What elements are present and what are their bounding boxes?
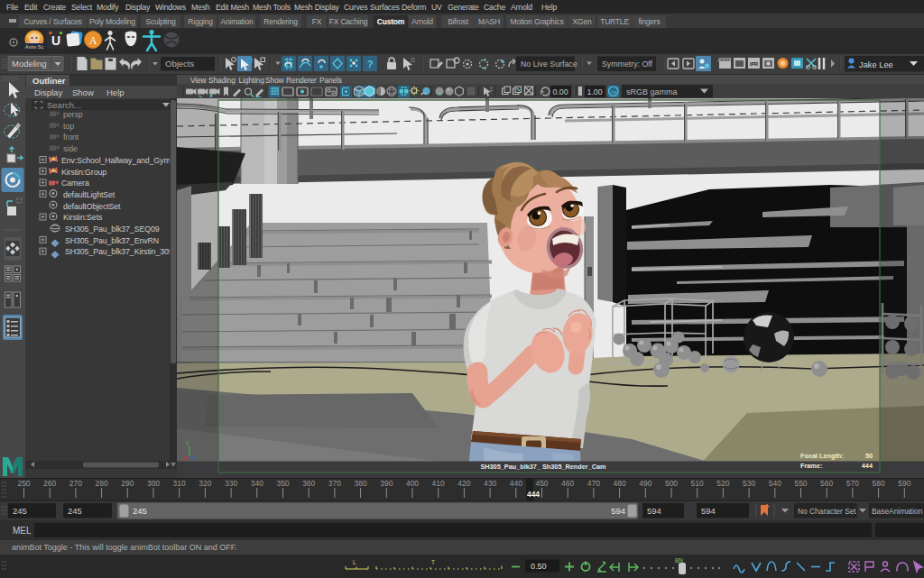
svg-text:410: 410 <box>432 479 445 488</box>
svg-text:560: 560 <box>820 479 833 488</box>
svg-text:440: 440 <box>510 479 522 488</box>
svg-text:350: 350 <box>276 479 289 488</box>
svg-text:Display: Display <box>34 87 62 97</box>
svg-text:480: 480 <box>614 479 626 488</box>
svg-text:594: 594 <box>701 506 716 516</box>
svg-text:defaultObjectSet: defaultObjectSet <box>63 202 121 211</box>
svg-text:SH305_Pau_blk37_Kirstin_305_la: SH305_Pau_blk37_Kirstin_305_latestRN <box>65 247 177 256</box>
svg-text:330: 330 <box>225 479 237 488</box>
svg-text:550: 550 <box>794 479 807 488</box>
svg-text:280: 280 <box>96 479 108 488</box>
svg-text:SH305_Pau_blk37_ Sh305_Render_: SH305_Pau_blk37_ Sh305_Render_Cam <box>480 463 606 471</box>
svg-text:430: 430 <box>484 479 496 488</box>
svg-text:594: 594 <box>647 506 661 516</box>
svg-text:BN: BN <box>675 557 683 564</box>
svg-text:420: 420 <box>457 479 470 488</box>
svg-text:defaultLightSet: defaultLightSet <box>63 190 116 199</box>
svg-text:No Character Set: No Character Set <box>798 507 856 516</box>
svg-text:T: T <box>431 559 435 565</box>
svg-text:245: 245 <box>68 506 82 516</box>
svg-text:340: 340 <box>251 479 263 488</box>
svg-text:SH305_Pau_blk37_SEQ09: SH305_Pau_blk37_SEQ09 <box>65 225 160 234</box>
svg-text:320: 320 <box>199 479 211 488</box>
svg-text:0.50: 0.50 <box>531 562 547 571</box>
svg-text:444: 444 <box>527 490 540 499</box>
svg-text:590: 590 <box>898 479 910 488</box>
svg-text:Camera: Camera <box>61 179 89 188</box>
svg-text:sRGB gamma: sRGB gamma <box>626 87 678 96</box>
svg-text:310: 310 <box>173 479 186 488</box>
svg-text:490: 490 <box>639 479 651 488</box>
svg-text:Outliner: Outliner <box>32 76 66 86</box>
svg-text:260: 260 <box>43 479 56 488</box>
svg-text:250: 250 <box>17 479 30 488</box>
svg-text:300: 300 <box>147 479 160 488</box>
svg-text:Renderer: Renderer <box>286 76 317 85</box>
svg-text:444: 444 <box>862 462 873 470</box>
svg-text:Kirstin:Sets: Kirstin:Sets <box>63 213 103 222</box>
svg-text:1.00: 1.00 <box>587 87 603 96</box>
svg-text:Frame:: Frame: <box>800 462 822 470</box>
svg-text:y: y <box>186 439 189 446</box>
svg-text:360: 360 <box>302 479 315 488</box>
svg-text:SH305_Pau_blk37_EnvRN: SH305_Pau_blk37_EnvRN <box>65 236 159 245</box>
svg-text:Shading: Shading <box>208 76 236 85</box>
svg-text:persp: persp <box>63 110 83 119</box>
svg-text:Show: Show <box>265 76 284 85</box>
svg-text:450: 450 <box>535 479 548 488</box>
svg-text:Lighting: Lighting <box>239 76 265 85</box>
svg-text:MEL: MEL <box>13 526 32 536</box>
svg-text:580: 580 <box>873 479 885 488</box>
svg-text:A: A <box>89 34 97 47</box>
svg-text:Search...: Search... <box>47 100 81 110</box>
svg-text:Symmetry: Off: Symmetry: Off <box>602 60 653 69</box>
svg-text:Show: Show <box>72 87 94 97</box>
svg-text:520: 520 <box>716 479 729 488</box>
svg-text:270: 270 <box>69 479 82 488</box>
svg-text:BaseAnimation: BaseAnimation <box>872 507 923 516</box>
svg-text:370: 370 <box>328 479 341 488</box>
svg-text:L: L <box>353 559 356 565</box>
svg-text:470: 470 <box>587 479 600 488</box>
svg-text:594: 594 <box>611 506 625 516</box>
svg-text:ON: ON <box>610 90 616 95</box>
svg-text:400: 400 <box>406 479 419 488</box>
svg-text:U: U <box>51 33 60 48</box>
svg-text:Modeling: Modeling <box>12 59 47 69</box>
svg-text:245: 245 <box>13 506 27 516</box>
svg-text:540: 540 <box>769 479 781 488</box>
svg-text:290: 290 <box>121 479 134 488</box>
svg-text:?: ? <box>367 59 374 69</box>
svg-text:530: 530 <box>743 479 755 488</box>
svg-text:IPR: IPR <box>750 61 758 67</box>
svg-text:Focal Length:: Focal Length: <box>800 452 844 460</box>
svg-text:No Live Surface: No Live Surface <box>521 60 578 69</box>
svg-text:Objects: Objects <box>165 59 194 69</box>
svg-text:570: 570 <box>846 479 859 488</box>
svg-text:side: side <box>63 144 78 153</box>
svg-text:top: top <box>63 122 74 131</box>
svg-text:Help: Help <box>106 87 125 97</box>
svg-text:Jake Lee: Jake Lee <box>859 60 893 69</box>
svg-text:Kirstin:Group: Kirstin:Group <box>61 168 106 177</box>
svg-text:50: 50 <box>865 452 873 460</box>
svg-text:View: View <box>190 76 208 85</box>
svg-text:390: 390 <box>380 479 393 488</box>
svg-text:front: front <box>63 133 79 142</box>
svg-text:510: 510 <box>691 479 704 488</box>
svg-text:245: 245 <box>133 506 147 516</box>
svg-text:380: 380 <box>355 479 367 488</box>
svg-text:Anim Sc: Anim Sc <box>25 44 44 50</box>
svg-text:Panels: Panels <box>319 76 342 85</box>
svg-text:0.00: 0.00 <box>553 87 568 96</box>
svg-text:500: 500 <box>665 479 678 488</box>
svg-text:Env:School_Hallway_and_Gym_Env: Env:School_Hallway_and_Gym_Environ <box>61 156 177 165</box>
svg-text:460: 460 <box>561 479 574 488</box>
